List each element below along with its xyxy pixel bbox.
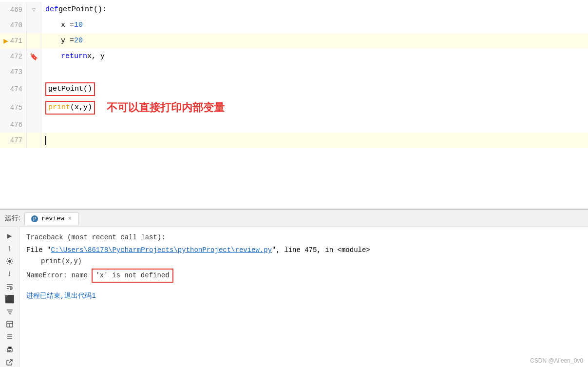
fold-icon-476 <box>27 117 41 133</box>
code-line-474: 474 getPoint() <box>0 80 588 98</box>
code-container: 469 ▽ def getPoint(): 470 x = 10 ▶471 y … <box>0 0 588 209</box>
getpoint-call-boxed: getPoint() <box>45 82 95 96</box>
code-line-476: 476 <box>0 117 588 133</box>
code-content-476 <box>41 117 588 133</box>
wrap-button[interactable] <box>3 282 17 291</box>
layout-button[interactable] <box>3 319 17 329</box>
line-number-474: 474 <box>0 80 27 98</box>
code-content-473 <box>41 64 588 80</box>
text-cursor <box>45 136 46 145</box>
line-number-477: 477 <box>0 133 27 148</box>
file-line: File "C:\Users\86178\PycharmProjects\pyt… <box>26 245 581 255</box>
run-panel: 运行: P review × ▶ ↑ ↓ <box>0 210 588 367</box>
run-tab[interactable]: P review × <box>24 212 79 225</box>
print-output-line: print(x,y) <box>41 256 581 267</box>
file-suffix: ", line 475, in <module> <box>272 246 370 254</box>
code-line-475: 475 print(x,y) 不可以直接打印内部变量 <box>0 98 588 117</box>
print-call-boxed: print(x,y) <box>45 101 95 115</box>
minimize-button[interactable] <box>3 332 17 342</box>
line-number-470: 470 <box>0 18 27 33</box>
fold-icon-470 <box>27 18 41 33</box>
stop-button[interactable]: ⬛ <box>3 294 17 304</box>
fold-icon-474 <box>27 80 41 98</box>
watermark: CSDN @Aileen_0v0 <box>530 357 583 364</box>
code-line-472: 472 🔖 return x, y <box>0 49 588 64</box>
code-content-471: y = 20 <box>41 33 588 49</box>
func-parens: (): <box>94 4 107 15</box>
scroll-up-button[interactable]: ↑ <box>3 244 17 253</box>
run-body: ▶ ↑ ↓ ⬛ <box>0 227 588 367</box>
line-number-473: 473 <box>0 64 27 80</box>
file-prefix: File " <box>26 246 51 254</box>
code-content-474: getPoint() <box>41 80 588 98</box>
run-label: 运行: <box>5 214 20 223</box>
sort-button[interactable] <box>3 307 17 317</box>
code-line-469: 469 ▽ def getPoint(): <box>0 2 588 18</box>
fold-icon-469[interactable]: ▽ <box>27 2 41 18</box>
name-error-prefix: NameError: name <box>26 271 92 279</box>
process-done-text[interactable]: 进程已结束,退出代码1 <box>26 292 96 300</box>
file-path-link[interactable]: C:\Users\86178\PycharmProjects\pythonPro… <box>51 246 272 254</box>
code-content-470: x = 10 <box>41 18 588 33</box>
code-content-475: print(x,y) 不可以直接打印内部变量 <box>41 98 588 117</box>
annotation-cannot-print: 不可以直接打印内部变量 <box>107 102 225 113</box>
func-name: getPoint <box>58 4 94 15</box>
tab-name: review <box>41 215 64 222</box>
run-header: 运行: P review × <box>0 210 588 227</box>
bookmark-icon: 🔖 <box>30 53 38 61</box>
line-number-475: 475 <box>0 98 27 117</box>
print-button[interactable] <box>3 345 17 354</box>
fold-icon-472: 🔖 <box>27 49 41 64</box>
code-content-477[interactable] <box>41 133 588 148</box>
scroll-down-button[interactable]: ↓ <box>3 269 17 279</box>
python-icon: P <box>31 215 38 223</box>
line-number-472: 472 <box>0 49 27 64</box>
process-done-line: 进程已结束,退出代码1 <box>26 290 581 301</box>
svg-rect-2 <box>7 321 13 327</box>
code-line-473: 473 <box>0 64 588 80</box>
code-line-477[interactable]: 477 <box>0 133 588 148</box>
code-line-470: 470 x = 10 <box>0 18 588 33</box>
keyword-return: return <box>61 51 87 62</box>
line-number-471: ▶471 <box>0 33 27 49</box>
settings-button[interactable] <box>3 256 17 266</box>
error-highlight-box: 'x' is not defined <box>92 269 173 282</box>
code-content-469: def getPoint(): <box>41 2 588 18</box>
fold-icon-475 <box>27 98 41 117</box>
code-content-472: return x, y <box>41 49 588 64</box>
value-10: 10 <box>74 20 83 31</box>
run-toolbar: ▶ ↑ ↓ ⬛ <box>0 227 19 367</box>
line-number-476: 476 <box>0 117 27 133</box>
name-error-line: NameError: name 'x' is not defined <box>26 269 581 282</box>
code-line-471: ▶471 y = 20 <box>0 33 588 49</box>
editor-area: 469 ▽ def getPoint(): 470 x = 10 ▶471 y … <box>0 0 588 210</box>
run-button[interactable]: ▶ <box>3 231 17 241</box>
traceback-header: Traceback (most recent call last): <box>26 232 581 243</box>
run-output: Traceback (most recent call last): File … <box>19 227 588 367</box>
fold-icon-471 <box>27 33 41 49</box>
external-button[interactable] <box>3 357 17 367</box>
keyword-def: def <box>45 4 58 15</box>
keyword-print: print <box>48 103 70 112</box>
fold-icon-477 <box>27 133 41 148</box>
close-tab-button[interactable]: × <box>67 215 73 222</box>
svg-text:P: P <box>33 216 37 222</box>
line-number-469: 469 <box>0 2 27 18</box>
value-20: 20 <box>74 36 83 46</box>
debug-arrow: ▶ <box>3 36 8 46</box>
fold-icon-473 <box>27 64 41 80</box>
